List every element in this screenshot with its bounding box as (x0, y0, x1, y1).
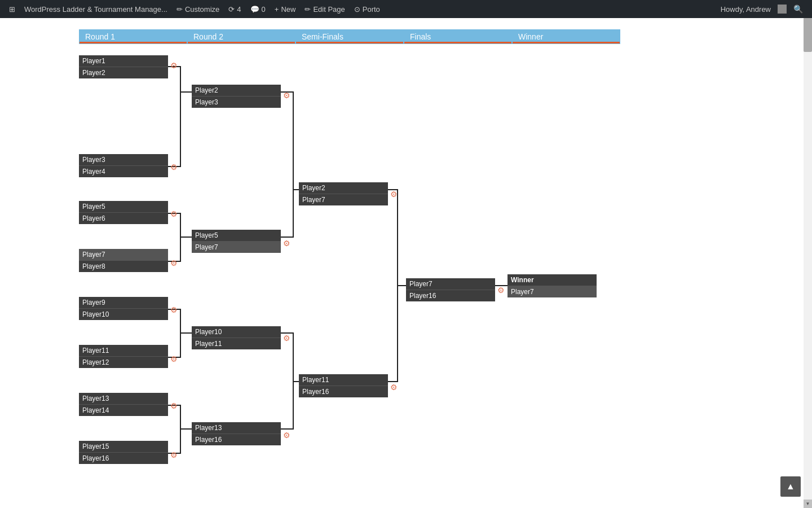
revisions-item[interactable]: ⟳ 4 (224, 0, 245, 18)
plus-icon: + (275, 5, 279, 14)
r1m7-p1: Player13 (79, 393, 168, 405)
r1m4-p2: Player8 (79, 261, 168, 272)
winner-header: Winner (512, 29, 620, 44)
r1m3-p1: Player5 (79, 201, 168, 213)
r1m6-box: Player11 Player12 (79, 345, 168, 368)
sf2-p2: Player16 (299, 386, 388, 397)
search-icon[interactable]: 🔍 (789, 5, 807, 14)
new-item[interactable]: + New (270, 0, 301, 18)
porto-icon: ⊙ (354, 5, 360, 14)
r1m2-gear[interactable]: ⚙ (170, 163, 178, 172)
r1m8-gear[interactable]: ⚙ (170, 450, 178, 459)
howdy-text: Howdy, Andrew (716, 5, 775, 14)
r1m1-p2: Player2 (79, 67, 168, 78)
r1m5-gear[interactable]: ⚙ (170, 305, 178, 314)
r1m4-box: Player7 Player8 (79, 249, 168, 272)
revisions-count: 4 (237, 5, 241, 14)
scrollbar-track: ▲ ▼ (804, 18, 812, 508)
r1m8-p1: Player15 (79, 441, 168, 453)
r1m2-p2: Player4 (79, 166, 168, 177)
back-to-top-button[interactable]: ▲ (780, 476, 801, 497)
r2m2-box: Player5 Player7 (192, 230, 281, 253)
sf2-p1: Player11 (299, 374, 388, 386)
edit-page-item[interactable]: ✏ Edit Page (300, 0, 349, 18)
r2m2-p2: Player7 (192, 242, 281, 253)
r2m3-box: Player10 Player11 (192, 326, 281, 349)
winner-box: Winner Player7 (508, 274, 597, 297)
scroll-down-button[interactable]: ▼ (804, 500, 812, 508)
edit-page-label: Edit Page (313, 5, 345, 14)
r1m3-p2: Player6 (79, 213, 168, 224)
edit-icon: ✏ (304, 5, 311, 14)
main-content: Round 1 Round 2 Semi-Finals Finals Winne… (0, 18, 812, 479)
porto-item[interactable]: ⊙ Porto (350, 0, 385, 18)
r2m1-p1: Player2 (192, 85, 281, 97)
r2m3-p1: Player10 (192, 326, 281, 338)
scrollbar-thumb[interactable] (804, 18, 812, 52)
admin-bar-right: Howdy, Andrew 🔍 (716, 5, 807, 14)
r1m1-gear[interactable]: ⚙ (170, 61, 178, 70)
r1m8-p2: Player16 (79, 453, 168, 464)
new-label: New (281, 5, 295, 14)
r1m2-p1: Player3 (79, 154, 168, 166)
site-name-text: WordPress Ladder & Tournament Manage... (24, 5, 167, 14)
r1m6-p1: Player11 (79, 345, 168, 357)
back-to-top-icon: ▲ (786, 481, 795, 492)
r1m4-p1: Player7 (79, 249, 168, 261)
comments-count: 0 (262, 5, 266, 14)
r1m3-box: Player5 Player6 (79, 201, 168, 224)
r2m4-box: Player13 Player16 (192, 422, 281, 445)
r2m4-p1: Player13 (192, 422, 281, 434)
r1m3-gear[interactable]: ⚙ (170, 209, 178, 218)
r1m6-gear[interactable]: ⚙ (170, 354, 178, 364)
r1m2-box: Player3 Player4 (79, 154, 168, 177)
sf1-p1: Player2 (299, 182, 388, 194)
r1m5-box: Player9 Player10 (79, 297, 168, 320)
customize-icon: ✏ (176, 5, 183, 14)
comments-item[interactable]: 💬 0 (246, 0, 270, 18)
r1m1-p1: Player1 (79, 55, 168, 67)
sf1-gear[interactable]: ⚙ (390, 190, 398, 199)
r2m4-gear[interactable]: ⚙ (283, 431, 290, 440)
r2m1-gear[interactable]: ⚙ (283, 91, 290, 100)
r2m1-p2: Player3 (192, 97, 281, 108)
wp-logo[interactable]: ⊞ (5, 0, 20, 18)
semifinals-header: Semi-Finals (295, 29, 404, 44)
r2m2-p1: Player5 (192, 230, 281, 242)
finals-p2: Player16 (406, 290, 495, 301)
finals-box: Player7 Player16 (406, 278, 495, 301)
admin-bar: ⊞ WordPress Ladder & Tournament Manage..… (0, 0, 812, 18)
winner-player: Player7 (508, 286, 597, 297)
revisions-icon: ⟳ (228, 5, 235, 14)
porto-label: Porto (363, 5, 380, 14)
r2m3-p2: Player11 (192, 338, 281, 349)
r1m1-box: Player1 Player2 (79, 55, 168, 78)
sf1-box: Player2 Player7 (299, 182, 388, 205)
customize-label: Customize (185, 5, 219, 14)
comments-icon: 💬 (250, 5, 259, 14)
r2m2-gear[interactable]: ⚙ (283, 239, 290, 248)
sf2-gear[interactable]: ⚙ (390, 383, 398, 392)
round1-header: Round 1 (79, 29, 187, 44)
r2m1-box: Player2 Player3 (192, 85, 281, 108)
r2m3-gear[interactable]: ⚙ (283, 334, 290, 343)
bracket-headers: Round 1 Round 2 Semi-Finals Finals Winne… (79, 29, 801, 44)
sf2-box: Player11 Player16 (299, 374, 388, 397)
finals-gear[interactable]: ⚙ (497, 286, 505, 295)
site-name-item[interactable]: WordPress Ladder & Tournament Manage... (20, 0, 172, 18)
r1m8-box: Player15 Player16 (79, 441, 168, 464)
r1m6-p2: Player12 (79, 357, 168, 368)
r1m7-p2: Player14 (79, 405, 168, 416)
r1m7-gear[interactable]: ⚙ (170, 401, 178, 410)
customize-item[interactable]: ✏ Customize (172, 0, 224, 18)
round2-header: Round 2 (187, 29, 295, 44)
finals-header: Finals (404, 29, 512, 44)
r1m5-p1: Player9 (79, 297, 168, 309)
user-avatar (778, 5, 787, 14)
bracket-area: Player1 Player2 ⚙ Player3 Player4 ⚙ Play… (79, 50, 643, 467)
sf1-p2: Player7 (299, 194, 388, 205)
r2m4-p2: Player16 (192, 434, 281, 445)
finals-p1: Player7 (406, 278, 495, 290)
winner-label: Winner (508, 274, 597, 286)
r1m4-gear[interactable]: ⚙ (170, 259, 178, 268)
